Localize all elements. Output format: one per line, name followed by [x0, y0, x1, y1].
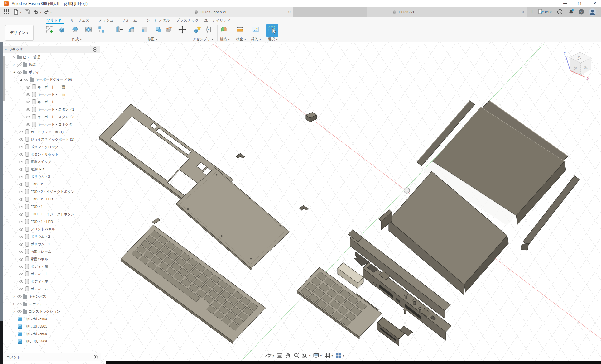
visibility-eye-icon[interactable] — [26, 115, 31, 119]
ribbon-tab-5[interactable]: プラスチック — [176, 18, 199, 23]
visibility-eye-icon[interactable] — [19, 219, 24, 224]
comments-bar[interactable]: コメント — [3, 353, 101, 361]
visibility-eye-icon[interactable] — [19, 152, 24, 157]
new-tab-button[interactable]: + — [528, 8, 536, 16]
part-keyboard-stand-1[interactable] — [236, 153, 245, 158]
browser-row[interactable]: FDD・1・イジェクトボタン — [3, 210, 100, 218]
insert-image-icon[interactable] — [251, 26, 259, 34]
browser-header[interactable]: « ブラウザ — [3, 46, 100, 53]
new-component-icon[interactable] — [193, 26, 201, 34]
visibility-eye-icon[interactable] — [19, 204, 24, 209]
visibility-eye-icon[interactable] — [19, 264, 24, 269]
file-menu-icon[interactable] — [13, 9, 19, 15]
browser-row[interactable]: 押し出し3501 — [3, 323, 100, 330]
press-pull-icon[interactable] — [115, 26, 123, 34]
visibility-eye-icon[interactable] — [19, 242, 24, 247]
browser-row[interactable]: キーボード・上面 — [3, 91, 100, 98]
part-keyboard-stand-2[interactable] — [299, 205, 308, 210]
display-settings[interactable]: ▼ — [313, 352, 322, 359]
panel-grip[interactable] — [99, 48, 99, 51]
browser-row[interactable]: ◢キーボードグループ (6) — [3, 76, 100, 83]
pattern-icon[interactable] — [97, 26, 105, 34]
expand-icon[interactable]: ▷ — [12, 55, 16, 59]
browser-row[interactable]: 押し出し3506 — [3, 338, 100, 345]
origin-marker[interactable] — [404, 188, 410, 193]
visibility-eye-icon[interactable] — [19, 137, 24, 142]
browser-row[interactable]: キーボード・スタンド2 — [3, 113, 100, 121]
browser-row[interactable]: FDD・2・LED — [3, 195, 100, 203]
visibility-eye-icon[interactable] — [19, 182, 24, 187]
visibility-eye-icon[interactable] — [19, 212, 24, 217]
browser-row[interactable]: 電源LED — [3, 165, 100, 173]
visibility-eye-icon[interactable] — [26, 107, 31, 112]
environment-selector[interactable]: デザイン ▼ — [5, 25, 34, 41]
browser-row[interactable]: ◢ボディ — [3, 68, 100, 76]
browser-row[interactable]: 押し出し3498 — [3, 315, 100, 323]
grid-snap-settings[interactable]: ▼ — [324, 352, 334, 359]
visibility-eye-icon[interactable] — [17, 70, 22, 74]
visibility-eye-icon[interactable] — [19, 287, 24, 291]
combine-icon[interactable] — [155, 26, 163, 34]
panel-grip[interactable] — [99, 355, 99, 359]
orbit-tool[interactable]: ▼ — [265, 352, 275, 359]
expand-icon[interactable]: ▷ — [12, 302, 16, 305]
ribbon-tab-2[interactable]: メッシュ — [98, 18, 113, 23]
visibility-eye-icon[interactable] — [26, 100, 31, 104]
close-button[interactable]: ✕ — [589, 0, 601, 7]
browser-row[interactable]: ボリウム・3 — [3, 173, 100, 180]
browser-row[interactable]: FDD・1 — [3, 203, 100, 210]
expand-icon[interactable]: ▷ — [12, 63, 16, 66]
extrude-icon[interactable] — [58, 26, 66, 34]
view-cube[interactable]: 上 前 右 Z X — [558, 46, 601, 87]
minimize-button[interactable]: — — [559, 0, 571, 7]
browser-row[interactable]: 内部フレーム — [3, 248, 100, 255]
tab-close-icon[interactable]: × — [522, 10, 524, 14]
browser-row[interactable]: ボディ・底 — [3, 263, 100, 270]
visibility-eye-icon[interactable] — [19, 249, 24, 254]
panel-minimize-icon[interactable] — [93, 47, 97, 52]
ribbon-group-label-3[interactable]: 構築 ▼ — [220, 37, 230, 41]
move-copy-icon[interactable] — [178, 26, 186, 34]
browser-row[interactable]: 押し出し3505 — [3, 330, 100, 338]
measure-icon[interactable] — [236, 26, 244, 34]
look-at-tool[interactable] — [276, 352, 283, 359]
collapse-icon[interactable]: ◢ — [12, 70, 16, 74]
redo-icon[interactable] — [44, 9, 49, 15]
notifications-bell-icon[interactable] — [568, 9, 574, 15]
select-tool-icon[interactable] — [268, 26, 277, 34]
browser-row[interactable]: ボディ・上 — [3, 270, 100, 278]
tab-close-icon[interactable]: × — [288, 10, 291, 14]
browser-row[interactable]: ボリウム・2 — [3, 233, 100, 240]
browser-row[interactable]: 電源スイッチ — [3, 158, 100, 165]
browser-row[interactable]: 背面パネル — [3, 255, 100, 263]
part-fdd-1[interactable] — [377, 317, 405, 346]
viewports-settings[interactable]: ▼ — [335, 352, 345, 359]
ribbon-tab-4[interactable]: シート メタル — [146, 18, 170, 23]
ribbon-group-label-5[interactable]: 挿入 ▼ — [251, 37, 262, 41]
browser-row[interactable]: キーボード — [3, 98, 100, 106]
browser-row[interactable]: ▷ビュー管理 — [3, 53, 100, 61]
ribbon-group-label-6[interactable]: 選択 ▼ — [268, 37, 278, 41]
visibility-eye-icon[interactable] — [19, 130, 24, 134]
redo-caret[interactable]: ▼ — [50, 11, 52, 14]
add-comment-icon[interactable] — [94, 355, 98, 359]
ribbon-group-label-1[interactable]: 修正 ▼ — [148, 37, 158, 41]
browser-row[interactable]: キーボード・下面 — [3, 83, 100, 91]
part-small-box[interactable] — [306, 112, 317, 122]
collapse-icon[interactable]: ◢ — [19, 78, 23, 81]
undo-caret[interactable]: ▼ — [39, 11, 42, 14]
doc-tab-active[interactable]: HC-95_open v1 × — [128, 7, 293, 17]
browser-row[interactable]: ▷スケッチ — [3, 300, 100, 308]
ribbon-tab-3[interactable]: フォーム — [122, 18, 137, 23]
split-body-icon[interactable] — [165, 26, 173, 34]
visibility-eye-icon[interactable] — [17, 302, 22, 306]
browser-row[interactable]: FDD・2・イジェクトボタン — [3, 188, 100, 195]
browser-row[interactable]: ボディ・右 — [3, 285, 100, 293]
visibility-eye-icon[interactable] — [19, 189, 24, 194]
browser-row[interactable]: ▷コンストラクション — [3, 308, 100, 315]
ribbon-tab-1[interactable]: サーフェス — [70, 18, 89, 23]
app-launcher-icon[interactable] — [4, 9, 9, 15]
browser-row[interactable]: ▷キャンバス — [3, 293, 100, 300]
maximize-button[interactable]: ▢ — [573, 0, 586, 7]
visibility-eye-icon[interactable] — [24, 77, 29, 82]
